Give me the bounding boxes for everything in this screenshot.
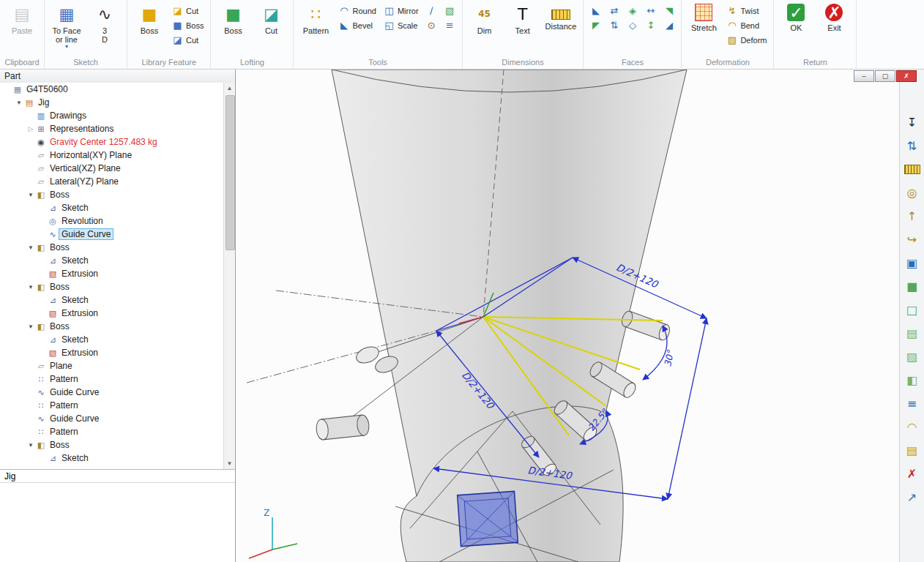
tree-item-label[interactable]: Sketch — [59, 202, 92, 214]
bend-button[interactable]: ◠Bend — [723, 18, 770, 32]
layers-yellow-icon[interactable]: ▤ — [903, 441, 922, 460]
tree-item-horizontal-xy-plane[interactable]: ▱Horizontal(XY) Plane — [0, 149, 235, 162]
tree-item-label[interactable]: Boss — [47, 189, 72, 201]
scroll-down-icon[interactable]: ▼ — [224, 458, 235, 469]
tree-item-boss[interactable]: ▼◧Boss — [0, 280, 235, 293]
comment-area[interactable] — [0, 483, 235, 562]
face-tool-3[interactable]: ◈ — [624, 4, 641, 18]
scroll-up-icon[interactable]: ▲ — [224, 83, 235, 94]
pattern-button[interactable]: ∷Pattern — [297, 1, 334, 55]
tree-item-label[interactable]: Sketch — [59, 294, 92, 306]
tree-item-boss[interactable]: ▼◧Boss — [0, 320, 235, 333]
solid-tool-button[interactable]: ▧ — [441, 4, 458, 18]
library-cut-button[interactable]: ◪Cut — [169, 4, 206, 18]
surface-icon[interactable]: ◠ — [903, 418, 922, 436]
tree-item-pattern[interactable]: ∷Pattern — [0, 399, 235, 412]
tree-item-lateral-yz-plane[interactable]: ▱Lateral(YZ) Plane — [0, 175, 235, 188]
model-canvas[interactable]: D/2+120 D/2+120 D/2+120 30° 22.5° Z — [236, 70, 899, 562]
tree-item-g4t50600[interactable]: ▦G4T50600 — [0, 83, 235, 96]
tree-item-label[interactable]: Jig — [35, 97, 52, 108]
tree-item-vertical-xz-plane[interactable]: ▱Vertical(XZ) Plane — [0, 162, 235, 175]
face-tool-1[interactable]: ◣ — [587, 4, 604, 18]
expand-arrow-icon[interactable]: ▷ — [26, 125, 35, 132]
loft-boss-button[interactable]: ■Boss — [215, 1, 251, 55]
tree-item-label[interactable]: Pattern — [47, 426, 81, 438]
face-tool-6[interactable]: ◤ — [587, 18, 604, 32]
face-tool-5[interactable]: ◥ — [660, 4, 677, 18]
tree-item-label[interactable]: Plane — [47, 360, 75, 372]
tree-item-label[interactable]: Extrusion — [59, 307, 101, 319]
tree-item-label[interactable]: Pattern — [47, 400, 81, 411]
close-button[interactable]: ✗ — [896, 70, 917, 82]
tree-item-pattern[interactable]: ∷Pattern — [0, 372, 235, 386]
face-tool-8[interactable]: ◇ — [624, 18, 641, 32]
tree-item-label[interactable]: Revolution — [59, 215, 106, 227]
polyline-icon[interactable]: ↗ — [903, 488, 922, 506]
tree-item-label[interactable]: Boss — [47, 321, 72, 332]
minimize-button[interactable]: – — [854, 70, 874, 82]
round-button[interactable]: ◠Round — [335, 4, 379, 18]
expand-arrow-icon[interactable]: ▼ — [26, 192, 35, 198]
expand-arrow-icon[interactable]: ▼ — [26, 244, 35, 251]
select-plane-icon[interactable]: ▣ — [903, 254, 922, 272]
face-tool-7[interactable]: ⇅ — [606, 18, 622, 32]
library-boss-2-button[interactable]: ■Boss — [169, 18, 206, 32]
tree-item-jig[interactable]: ▼▤Jig — [0, 96, 235, 109]
expand-arrow-icon[interactable]: ▼ — [26, 284, 35, 291]
expand-arrow-icon[interactable]: ▼ — [26, 323, 35, 330]
distance-button[interactable]: Distance — [543, 1, 580, 55]
view-hatched-cube-icon[interactable]: ▨ — [903, 348, 922, 366]
tree-item-boss[interactable]: ▼◧Boss — [0, 188, 235, 201]
view-section-cube-icon[interactable]: ◧ — [903, 371, 922, 389]
face-tool-9[interactable]: ↕ — [642, 18, 659, 32]
tree-item-label[interactable]: Guide Curve — [59, 228, 113, 240]
tree-item-label[interactable]: Pattern — [47, 373, 81, 385]
boss-cylinder[interactable] — [620, 310, 671, 342]
tree-item-drawings[interactable]: ▥Drawings — [0, 109, 235, 122]
face-tool-4[interactable]: ↔ — [642, 4, 659, 18]
scroll-thumb[interactable] — [226, 95, 235, 250]
ruler-icon[interactable] — [903, 160, 922, 179]
tree-item-label[interactable]: Lateral(YZ) Plane — [47, 176, 122, 187]
tree-item-sketch[interactable]: ⊿Sketch — [0, 333, 235, 346]
dropdown-arrow-icon[interactable]: ▾ — [65, 44, 68, 50]
tree-item-revolution[interactable]: ◎Revolution — [0, 214, 235, 228]
tree-item-label[interactable]: Horizontal(XY) Plane — [47, 149, 135, 161]
tree-item-guide-curve[interactable]: ∿Guide Curve — [0, 412, 235, 425]
text-button[interactable]: TText — [504, 1, 541, 55]
tree-item-label[interactable]: Boss — [47, 241, 72, 253]
pin-icon[interactable]: ↧ — [903, 113, 922, 132]
snap-direction-icon[interactable]: ↑ — [903, 207, 922, 225]
restore-button[interactable]: ▢ — [875, 70, 895, 82]
tree-item-guide-curve[interactable]: ∿Guide Curve — [0, 228, 235, 241]
mirror-button[interactable]: ◫Mirror — [381, 4, 422, 18]
angle-dimension-label[interactable]: 30° — [662, 349, 676, 368]
to-face-or-line-button[interactable]: ▦To Faceor line▾ — [48, 1, 85, 55]
exit-button[interactable]: ✗Exit — [816, 1, 852, 55]
tree-item-label[interactable]: Drawings — [47, 110, 89, 121]
base-plate[interactable] — [458, 491, 518, 546]
loft-cut-button[interactable]: ◪Cut — [253, 1, 289, 55]
face-tool-10[interactable]: ◢ — [660, 18, 677, 32]
face-tool-2[interactable]: ⇄ — [606, 4, 622, 18]
tree-item-extrusion[interactable]: ▧Extrusion — [0, 346, 235, 359]
expand-arrow-icon[interactable]: ▼ — [26, 442, 35, 449]
paste-button[interactable]: ▤Paste — [4, 1, 40, 55]
tree-item-label[interactable]: Representations — [47, 123, 116, 135]
tree-item-label[interactable]: Sketch — [59, 334, 92, 345]
snap-center-icon[interactable]: ◎ — [903, 184, 922, 202]
tree-item-gravity-center-1257-483-kg[interactable]: ◉Gravity Center 1257.483 kg — [0, 135, 235, 149]
list-tool-button[interactable]: ≡ — [441, 18, 458, 32]
library-boss-button[interactable]: ■Boss — [131, 1, 168, 55]
tree-item-label[interactable]: Sketch — [59, 452, 92, 464]
tree-item-label[interactable]: G4T50600 — [23, 83, 71, 95]
dim-button[interactable]: 45Dim — [466, 1, 503, 55]
trim-tool-button[interactable]: ∕ — [423, 4, 440, 18]
tree-item-label[interactable]: Boss — [47, 439, 72, 451]
sketch-3d-button[interactable]: ∿3D — [86, 1, 123, 55]
tree-item-label[interactable]: Extrusion — [59, 347, 101, 359]
3d-viewport[interactable]: D/2+120 D/2+120 D/2+120 30° 22.5° Z — [236, 70, 899, 562]
tree-item-extrusion[interactable]: ▧Extrusion — [0, 307, 235, 320]
boss-cylinder[interactable] — [316, 414, 370, 440]
stretch-button[interactable]: Stretch — [685, 1, 722, 55]
